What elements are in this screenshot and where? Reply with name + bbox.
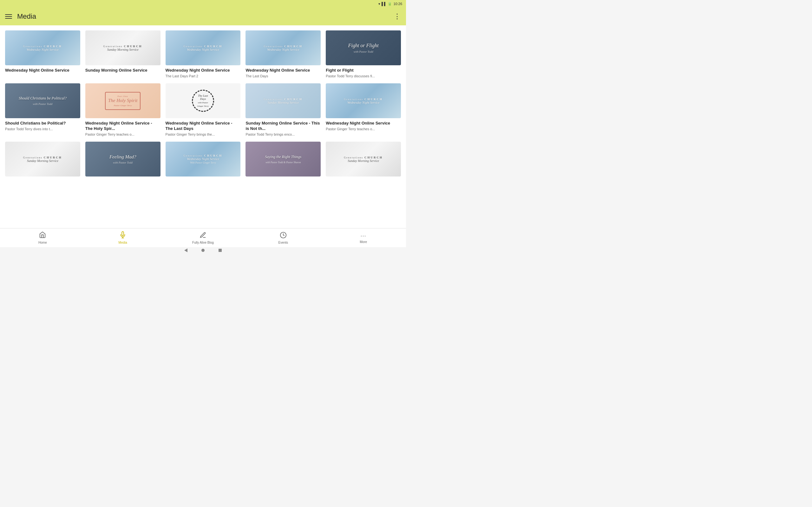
- android-nav-bar: [0, 247, 406, 253]
- media-thumb-2: Generations CHURCH Sunday Morning Servic…: [85, 31, 160, 65]
- media-thumb-5: Fight or Flight with Pastor Todd: [326, 31, 401, 65]
- media-card-13[interactable]: Generations CHURCH Wednesday Night Servi…: [165, 142, 241, 179]
- card-title-7: Wednesday Night Online Service - The Hol…: [85, 121, 160, 131]
- card-subtitle-5: Pastor Todd Terry discusses fi...: [326, 74, 401, 78]
- nav-label-media: Media: [119, 241, 127, 244]
- media-thumb-6: Should Christians be Political? with Pas…: [5, 83, 80, 118]
- card-title-4: Wednesday Night Online Service: [246, 68, 321, 73]
- media-card-8[interactable]: The Last Dayswith Pastor Ginger Terry We…: [165, 83, 241, 136]
- media-thumb-1: Generations CHURCH Wednesday Night Servi…: [5, 31, 80, 65]
- nav-item-home[interactable]: Home: [3, 231, 83, 244]
- status-bar: ▾ ▌▌ 🔋 10:26: [0, 0, 406, 8]
- app-bar: Media ⋮: [0, 8, 406, 25]
- overflow-menu-icon[interactable]: ⋮: [394, 12, 401, 20]
- nav-label-events: Events: [278, 241, 288, 244]
- nav-item-media[interactable]: Media: [83, 231, 163, 244]
- page-title: Media: [17, 12, 36, 20]
- blog-icon: [200, 232, 206, 240]
- nav-item-events[interactable]: Events: [243, 232, 323, 244]
- card-subtitle-4: The Last Days: [246, 74, 321, 78]
- circle-badge: The Last Dayswith Pastor Ginger Terry: [192, 90, 214, 112]
- nav-label-blog: Fully Alive Blog: [192, 241, 214, 244]
- media-card-10[interactable]: Generations CHURCH Wednesday Night Servi…: [326, 83, 401, 136]
- card-title-2: Sunday Morning Online Service: [85, 68, 160, 73]
- media-thumb-9: Generations CHURCH Sunday Morning Servic…: [246, 83, 321, 118]
- card-title-1: Wednesday Night Online Service: [5, 68, 80, 73]
- media-card-6[interactable]: Should Christians be Political? with Pas…: [5, 83, 80, 136]
- nav-label-home: Home: [38, 241, 47, 244]
- media-card-3[interactable]: Generations CHURCH Wednesday Night Servi…: [165, 31, 241, 78]
- media-thumb-7: Part One The Holy Spirit Pastor Ginger T…: [85, 83, 160, 118]
- card-subtitle-6: Pastor Todd Terry dives into t...: [5, 127, 80, 131]
- media-card-9[interactable]: Generations CHURCH Sunday Morning Servic…: [246, 83, 321, 136]
- media-thumb-10: Generations CHURCH Wednesday Night Servi…: [326, 83, 401, 118]
- nav-item-blog[interactable]: Fully Alive Blog: [163, 232, 243, 244]
- media-thumb-11: Generations CHURCH Sunday Morning Servic…: [5, 142, 80, 176]
- card-title-6: Should Christians be Political?: [5, 121, 80, 126]
- media-card-14[interactable]: Saying the Right Things with Pastor Todd…: [246, 142, 321, 179]
- events-icon: [280, 232, 287, 240]
- media-card-15[interactable]: Generations CHURCH Sunday Morning Servic…: [326, 142, 401, 179]
- home-button[interactable]: [201, 248, 205, 252]
- media-thumb-15: Generations CHURCH Sunday Morning Servic…: [326, 142, 401, 176]
- card-title-10: Wednesday Night Online Service: [326, 121, 401, 126]
- nav-label-more: More: [360, 240, 367, 244]
- media-icon: [119, 231, 126, 240]
- card-subtitle-10: Pastor Ginger Terry teaches o...: [326, 127, 401, 131]
- card-subtitle-8: Pastor Ginger Terry brings the...: [165, 132, 241, 136]
- bottom-nav: Home Media Fully Alive Blog Events ··· M…: [0, 228, 406, 247]
- app-bar-left: Media: [5, 12, 36, 20]
- media-card-1[interactable]: Generations CHURCH Wednesday Night Servi…: [5, 31, 80, 78]
- media-thumb-4: Generations CHURCH Wednesday Night Servi…: [246, 31, 321, 65]
- card-title-9: Sunday Morning Online Service - This is …: [246, 121, 321, 131]
- recent-button[interactable]: [218, 248, 222, 252]
- card-subtitle-3: The Last Days Part 2: [165, 74, 241, 78]
- card-title-3: Wednesday Night Online Service: [165, 68, 241, 73]
- media-card-12[interactable]: Feeling Mad? with Pastor Todd: [85, 142, 160, 179]
- media-card-5[interactable]: Fight or Flight with Pastor Todd Fight o…: [326, 31, 401, 78]
- media-card-2[interactable]: Generations CHURCH Sunday Morning Servic…: [85, 31, 160, 78]
- media-thumb-12: Feeling Mad? with Pastor Todd: [85, 142, 160, 176]
- card-title-8: Wednesday Night Online Service - The Las…: [165, 121, 241, 131]
- more-icon: ···: [361, 232, 366, 239]
- media-content: Generations CHURCH Wednesday Night Servi…: [0, 25, 406, 228]
- media-grid: Generations CHURCH Wednesday Night Servi…: [5, 31, 401, 184]
- card-subtitle-7: Pastor Ginger Terry teaches o...: [85, 132, 160, 136]
- media-card-11[interactable]: Generations CHURCH Sunday Morning Servic…: [5, 142, 80, 179]
- hamburger-menu-icon[interactable]: [5, 14, 12, 19]
- wifi-icon: ▾: [378, 2, 380, 6]
- media-thumb-3: Generations CHURCH Wednesday Night Servi…: [165, 31, 241, 65]
- time-display: 10:26: [393, 2, 402, 6]
- media-card-4[interactable]: Generations CHURCH Wednesday Night Servi…: [246, 31, 321, 78]
- media-thumb-13: Generations CHURCH Wednesday Night Servi…: [165, 142, 241, 176]
- card-title-5: Fight or Flight: [326, 68, 401, 73]
- media-thumb-8: The Last Dayswith Pastor Ginger Terry: [165, 83, 241, 118]
- back-button[interactable]: [184, 248, 188, 252]
- status-icons: ▾ ▌▌ 🔋 10:26: [378, 2, 402, 6]
- media-thumb-14: Saying the Right Things with Pastor Todd…: [246, 142, 321, 176]
- signal-icon: ▌▌: [382, 2, 387, 6]
- media-card-7[interactable]: Part One The Holy Spirit Pastor Ginger T…: [85, 83, 160, 136]
- home-icon: [39, 231, 46, 240]
- battery-icon: 🔋: [388, 2, 392, 6]
- nav-item-more[interactable]: ··· More: [323, 232, 403, 244]
- card-subtitle-9: Pastor Todd Terry brings enco...: [246, 132, 321, 136]
